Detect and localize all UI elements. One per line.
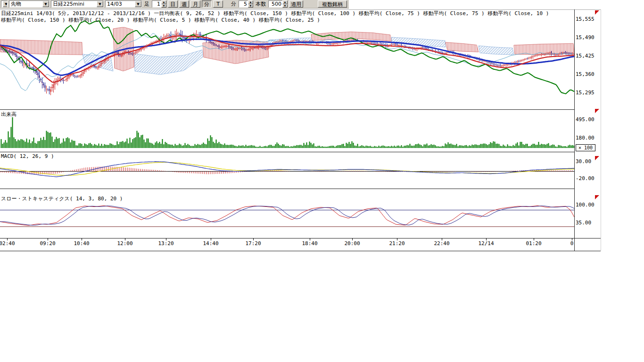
y-axis-label: 15,555 [576, 16, 594, 22]
contract-month-value: 14/03 [107, 1, 122, 7]
y-axis-label: 495.00 [576, 116, 594, 123]
x-axis-label: 17:20 [245, 240, 261, 247]
panel-scroll-arrow-icon[interactable] [595, 109, 599, 113]
bar-interval-stepper: ▲▼ [152, 0, 166, 8]
chart-area: 日経225mini 14/03( 5分, 2013/12/12 - 2013/1… [0, 0, 644, 255]
y-axis-label: 30.00 [576, 158, 591, 165]
stoch-panel-label: スロー・ストキャスティクス( 14, 3, 80, 20 ) [1, 195, 123, 202]
y-axis-label: 15,360 [576, 71, 594, 77]
x-axis-label: 12/14 [478, 240, 494, 247]
price-panel [0, 21, 575, 95]
symbol-combo-value: 日経225mini [53, 0, 84, 8]
bar-count-input[interactable] [268, 0, 282, 8]
chevron-down-icon[interactable]: ▼ [3, 1, 8, 7]
volume-panel-label: 出来高 [1, 111, 17, 118]
period-tick-button[interactable]: T [213, 0, 223, 8]
x-axis-label: 21:20 [389, 240, 405, 247]
chart-header-line1: 日経225mini 14/03( 5分, 2013/12/12 - 2013/1… [1, 10, 549, 17]
panel-scroll-arrow-icon[interactable] [595, 156, 599, 160]
bar-interval-input[interactable] [152, 0, 161, 8]
volume-multiplier-badge: × 100 [576, 144, 595, 151]
x-axis-label: 12:00 [117, 240, 132, 247]
contract-month-combo[interactable]: 14/03 ▼ [105, 0, 142, 8]
bar-count-stepper: ▲▼ [268, 0, 288, 8]
macd-panel-label: MACD( 12, 26, 9 ) [1, 153, 54, 159]
y-axis-label: 35.00 [576, 220, 591, 226]
period-week-button[interactable]: 週 [179, 0, 189, 8]
y-axis-label: 15,490 [576, 34, 594, 41]
collapsed-combo-stub[interactable]: ▼ [1, 0, 8, 8]
x-axis-label: 13:20 [158, 240, 173, 247]
macd-panel [0, 162, 574, 177]
chevron-down-icon[interactable]: ▼ [97, 1, 103, 7]
category-combo-value: 先物 [11, 0, 21, 8]
x-axis-label: 01:20 [526, 240, 541, 247]
category-combo[interactable]: 先物 ▼ [9, 0, 50, 8]
spinner-arrows-icon[interactable]: ▲▼ [282, 0, 288, 8]
x-axis-label: 02:40 [0, 240, 15, 247]
chart-header-line2: 移動平均( Close, 150 ) 移動平均( Close, 20 ) 移動平… [1, 16, 320, 24]
volume-panel [1, 117, 575, 148]
x-axis-label: 18:40 [302, 240, 317, 247]
panel-scroll-arrow-icon[interactable] [595, 10, 599, 15]
stoch-panel [0, 206, 574, 227]
panel-grid [0, 9, 601, 251]
minute-label: 分 [230, 0, 237, 8]
symbol-combo[interactable]: 日経225mini ▼ [51, 0, 104, 8]
time-axis: 02:4009:2010:4012:0013:2014:4017:2018:40… [0, 240, 580, 247]
x-axis-label: 09:20 [40, 240, 55, 247]
chevron-down-icon[interactable]: ▼ [42, 1, 49, 7]
period-day-button[interactable]: 日 [168, 0, 178, 8]
x-axis-label: 14:40 [203, 240, 218, 247]
y-axis-label: 15,295 [576, 90, 594, 96]
bar-count-label: 本数 [255, 0, 267, 8]
chart-canvas[interactable] [0, 0, 644, 255]
bar-type-label: 足 [143, 0, 150, 8]
y-axis-label: 100.00 [576, 202, 594, 208]
y-axis-label: -20.00 [576, 175, 594, 181]
x-axis-label: 0 [570, 240, 574, 247]
spinner-arrows-icon[interactable]: ▲▼ [248, 0, 253, 8]
x-axis-label: 20:00 [344, 240, 360, 247]
chevron-down-icon[interactable]: ▼ [135, 1, 141, 7]
multi-symbol-button[interactable]: 複数銘柄 [318, 0, 347, 8]
period-minute-button[interactable]: 分 [202, 0, 212, 8]
x-axis-label: 22:40 [434, 240, 449, 247]
period-month-button[interactable]: 月 [190, 0, 200, 8]
apply-button[interactable]: 適用 [289, 0, 303, 8]
panel-scroll-arrow-icon[interactable] [595, 195, 599, 199]
y-axis-label: 15,425 [576, 53, 594, 59]
x-axis-label: 10:40 [74, 240, 89, 247]
minute-stepper: ▲▼ [239, 0, 253, 8]
y-axis-label: 180.00 [576, 135, 594, 141]
spinner-arrows-icon[interactable]: ▲▼ [161, 0, 166, 8]
toolbar: ▼ 先物 ▼ 日経225mini ▼ 14/03 ▼ 足 ▲▼ 日 週 月 分 … [0, 0, 349, 8]
minute-input[interactable] [239, 0, 248, 8]
